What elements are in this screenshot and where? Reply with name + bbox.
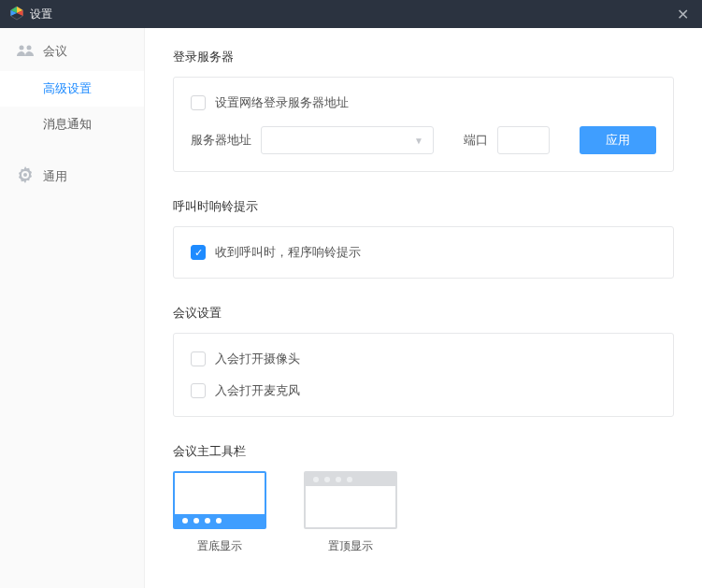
close-icon[interactable]: ✕ <box>673 6 693 23</box>
sidebar-item-advanced[interactable]: 高级设置 <box>0 71 144 107</box>
section-title-server: 登录服务器 <box>173 49 674 65</box>
server-panel: 设置网络登录服务器地址 服务器地址 ▼ 端口 应用 <box>173 77 674 172</box>
section-title-meeting: 会议设置 <box>173 305 674 322</box>
sidebar-section-label: 通用 <box>43 168 67 185</box>
sidebar-item-label: 高级设置 <box>43 81 92 95</box>
check-icon: ✓ <box>194 248 203 258</box>
checkbox-set-server-addr[interactable] <box>191 95 206 110</box>
toolbar-option-label: 置顶显示 <box>328 538 373 554</box>
ring-panel: ✓ 收到呼叫时，程序响铃提示 <box>173 226 674 279</box>
checkbox-ring-on-call[interactable]: ✓ <box>191 245 206 260</box>
sidebar: 会议 高级设置 消息通知 通用 <box>0 28 145 588</box>
checkbox-label: 收到呼叫时，程序响铃提示 <box>215 244 361 261</box>
sidebar-item-notifications[interactable]: 消息通知 <box>0 107 144 142</box>
chevron-down-icon: ▼ <box>414 136 423 146</box>
server-addr-label: 服务器地址 <box>191 132 251 149</box>
sidebar-item-label: 消息通知 <box>43 117 92 131</box>
meeting-icon <box>17 44 34 60</box>
port-input[interactable] <box>497 126 550 154</box>
checkbox-label: 设置网络登录服务器地址 <box>215 94 349 111</box>
checkbox-label: 入会打开摄像头 <box>215 351 300 367</box>
toolbar-option-bottom[interactable]: 置底显示 <box>173 471 266 554</box>
sidebar-section-general[interactable]: 通用 <box>0 155 144 197</box>
section-title-ring: 呼叫时响铃提示 <box>173 198 674 215</box>
toolbar-option-top[interactable]: 置顶显示 <box>304 471 397 554</box>
window-title: 设置 <box>30 7 52 22</box>
svg-point-6 <box>27 45 32 50</box>
sidebar-section-label: 会议 <box>43 43 67 60</box>
toolbar-position-options: 置底显示 置顶显示 <box>173 471 674 554</box>
sidebar-section-meeting[interactable]: 会议 <box>0 32 144 71</box>
checkbox-open-camera[interactable] <box>191 351 206 366</box>
meeting-panel: 入会打开摄像头 入会打开麦克风 <box>173 333 674 417</box>
apply-button[interactable]: 应用 <box>580 126 656 154</box>
section-title-toolbar: 会议主工具栏 <box>173 443 674 460</box>
content-area: 登录服务器 设置网络登录服务器地址 服务器地址 ▼ 端口 应用 呼叫时响铃提示 … <box>145 28 702 588</box>
titlebar: 设置 ✕ <box>0 0 702 28</box>
app-logo-icon <box>9 6 24 23</box>
svg-point-5 <box>20 45 24 50</box>
port-label: 端口 <box>464 132 488 149</box>
checkbox-open-mic[interactable] <box>191 383 206 398</box>
checkbox-label: 入会打开麦克风 <box>215 382 300 399</box>
gear-icon <box>17 166 34 186</box>
toolbar-option-label: 置底显示 <box>197 538 242 554</box>
toolbar-preview-bottom <box>173 471 266 529</box>
server-addr-select[interactable]: ▼ <box>261 126 434 154</box>
toolbar-preview-top <box>304 471 397 529</box>
